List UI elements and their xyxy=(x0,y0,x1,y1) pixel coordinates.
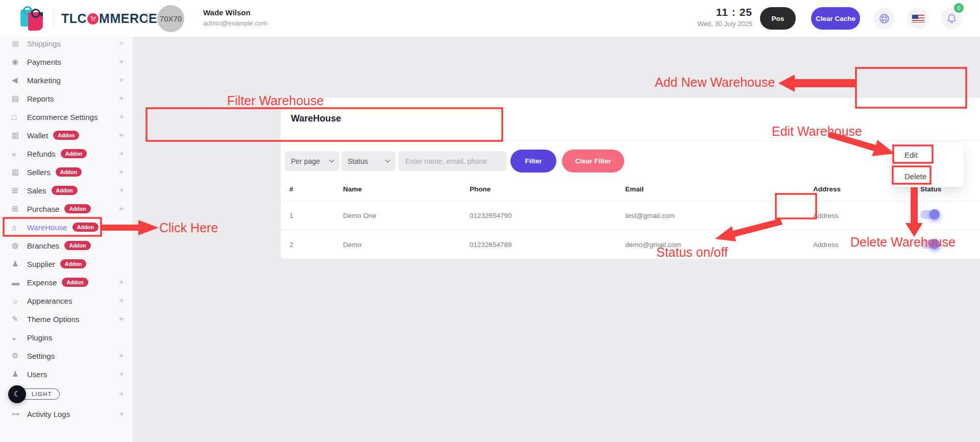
cart-circle-icon xyxy=(87,13,99,24)
expand-plus-icon[interactable]: + xyxy=(119,204,124,214)
sidebar-item-label: Sellers xyxy=(27,168,51,177)
clock: 11 : 25 Wed, 30 July 2025 xyxy=(660,6,752,28)
cell-index: 2 xyxy=(289,241,343,249)
window-icon: □ xyxy=(12,113,27,121)
sidebar-item-expense[interactable]: ▬ExpenseAddon+ xyxy=(0,273,133,291)
table-row: 2Demo01232654789demo@gmail.comAddress xyxy=(281,230,980,259)
addon-badge: Addon xyxy=(56,167,82,177)
cart-icon: ⊞ xyxy=(12,186,27,195)
pos-button[interactable]: Pos xyxy=(760,7,796,30)
per-page-select[interactable]: Per page xyxy=(285,151,339,171)
language-flag-icon[interactable] xyxy=(908,8,929,29)
sidebar-item-ecommerce-settings[interactable]: □Ecommerce Settings+ xyxy=(0,108,133,126)
sidebar-item-branches[interactable]: ◍BranchesAddon xyxy=(0,236,133,255)
sidebar-item-refunds[interactable]: «RefundsAddon+ xyxy=(0,144,133,163)
cell-address: Address xyxy=(813,212,920,219)
sidebar-item-activity-logs[interactable]: ⊶Activity Logs+ xyxy=(0,405,133,423)
sidebar-item-label: Branches xyxy=(27,241,59,250)
sidebar-item-settings[interactable]: ⚙Settings+ xyxy=(0,347,133,365)
expand-plus-icon[interactable]: + xyxy=(119,185,124,195)
addon-badge: Addon xyxy=(52,186,78,195)
rewind-icon: « xyxy=(12,150,27,158)
filter-button[interactable]: Filter xyxy=(510,150,556,173)
action-menu-delete[interactable]: Delete xyxy=(893,165,964,187)
money-bag-icon: ◉ xyxy=(12,57,27,66)
sidebar-item-light[interactable]: ☾LIGHT+ xyxy=(0,383,133,405)
expand-plus-icon[interactable]: + xyxy=(119,369,124,379)
brand-name[interactable]: TLCMMERCE xyxy=(61,11,157,26)
sidebar-item-theme-options[interactable]: ✎Theme Options+ xyxy=(0,310,133,328)
clear-filter-button[interactable]: Clear Filter xyxy=(562,150,624,173)
expand-plus-icon[interactable]: + xyxy=(119,93,124,104)
expand-plus-icon[interactable]: + xyxy=(119,389,124,399)
globe-icon[interactable] xyxy=(873,8,895,29)
pin-icon: ◍ xyxy=(12,241,27,250)
expand-plus-icon[interactable]: + xyxy=(119,38,124,48)
sidebar-item-purchase[interactable]: ⊞PurchaseAddon+ xyxy=(0,200,133,218)
status-select[interactable]: Status xyxy=(341,151,396,171)
sidebar-item-label: Theme Options xyxy=(27,315,80,324)
expand-plus-icon[interactable]: + xyxy=(119,314,124,324)
sidebar-item-sellers[interactable]: ▥SellersAddon+ xyxy=(0,163,133,181)
column-header-email: Email xyxy=(625,185,813,193)
status-toggle[interactable] xyxy=(920,210,939,219)
plug-icon: ◒ xyxy=(12,333,27,342)
status-select-value: Status xyxy=(348,157,368,165)
sidebar-item-users[interactable]: ♟Users+ xyxy=(0,365,133,383)
sidebar-item-label: Appearances xyxy=(27,297,72,305)
cell-address: Address xyxy=(813,241,920,249)
user-email: admin@example.com xyxy=(203,19,267,27)
cell-status xyxy=(920,240,980,250)
sidebar-item-supplier[interactable]: ♟SupplierAddon xyxy=(0,255,133,273)
sidebar-item-shippings[interactable]: ▦Shippings+ xyxy=(0,37,133,53)
sidebar-item-label: Wallet xyxy=(27,131,48,140)
column-header-phone: Phone xyxy=(470,185,625,193)
sidebar-item-label: Reports xyxy=(27,94,54,103)
cell-status xyxy=(920,210,980,220)
search-input[interactable] xyxy=(398,151,507,171)
expand-plus-icon[interactable]: + xyxy=(119,75,124,85)
addon-badge: Addon xyxy=(62,278,88,287)
expand-plus-icon[interactable]: + xyxy=(119,409,124,419)
expand-plus-icon[interactable]: + xyxy=(119,57,124,67)
avatar[interactable]: 70X70 xyxy=(157,5,184,32)
megaphone-icon: ◀ xyxy=(12,76,27,85)
sidebar-collapse-icon[interactable] xyxy=(146,13,148,26)
status-toggle[interactable] xyxy=(920,240,939,249)
sidebar-item-appearances[interactable]: ☼Appearances+ xyxy=(0,291,133,310)
warehouse-card: WareHouse Add New WareHouse Per page Sta… xyxy=(281,98,980,259)
action-menu-edit[interactable]: Edit xyxy=(893,144,964,165)
cell-phone: 01232654789 xyxy=(470,241,625,249)
expand-plus-icon[interactable]: + xyxy=(119,149,124,159)
clear-cache-button[interactable]: Clear Cache xyxy=(811,7,860,30)
sidebar-item-payments[interactable]: ◉Payments+ xyxy=(0,53,133,71)
expand-plus-icon[interactable]: + xyxy=(119,167,124,177)
sidebar-item-plugins[interactable]: ◒Plugins xyxy=(0,328,133,347)
sidebar-item-reports[interactable]: ▤Reports+ xyxy=(0,89,133,108)
banknote-icon: ▬ xyxy=(12,278,27,287)
sidebar-item-sales[interactable]: ⊞SalesAddon+ xyxy=(0,181,133,200)
expand-plus-icon[interactable]: + xyxy=(119,277,124,287)
wallet-icon: ▥ xyxy=(12,131,27,140)
sidebar-item-label: Ecommerce Settings xyxy=(27,113,97,121)
column-header-name: Name xyxy=(343,185,470,193)
card-icon: ▥ xyxy=(12,167,27,177)
sidebar-item-label: Refunds xyxy=(27,150,56,158)
addon-badge: Addon xyxy=(53,131,79,140)
cell-name: Demo xyxy=(343,241,470,249)
sidebar-item-wallet[interactable]: ▥WalletAddon+ xyxy=(0,126,133,144)
main-content: WareHouse Add New WareHouse Per page Sta… xyxy=(133,37,980,442)
sidebar-menu: ▦Shippings+◉Payments+◀Marketing+▤Reports… xyxy=(0,37,133,423)
sidebar-item-warehouse[interactable]: ⌂WareHouseAddon xyxy=(0,218,133,236)
expand-plus-icon[interactable]: + xyxy=(119,296,124,306)
appearance-icon: ☼ xyxy=(12,297,27,305)
brand-tlc: TLC xyxy=(61,11,87,26)
addon-badge: Addon xyxy=(61,149,87,158)
brand-logo-icon[interactable] xyxy=(20,6,47,31)
expand-plus-icon[interactable]: + xyxy=(119,130,124,140)
shopping-bag-pink-icon xyxy=(28,12,43,31)
sidebar-item-marketing[interactable]: ◀Marketing+ xyxy=(0,71,133,89)
brush-icon: ✎ xyxy=(12,314,27,324)
expand-plus-icon[interactable]: + xyxy=(119,112,124,122)
expand-plus-icon[interactable]: + xyxy=(119,351,124,361)
